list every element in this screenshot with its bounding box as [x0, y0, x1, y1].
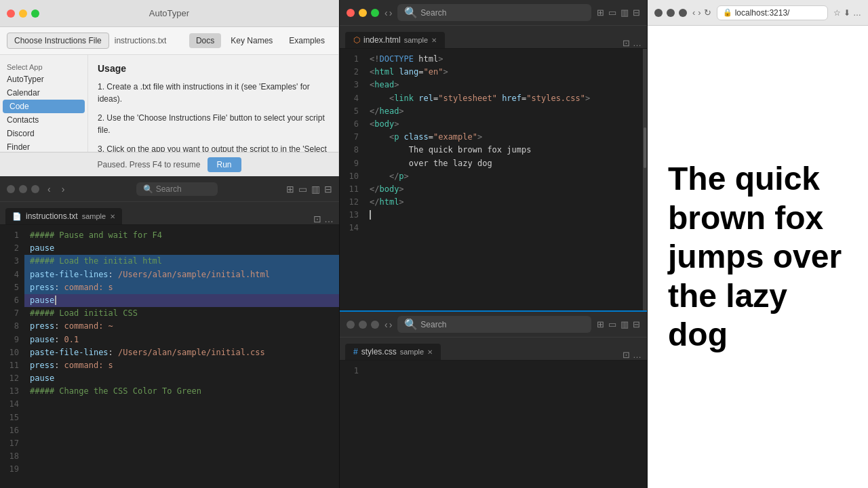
index-html-tab[interactable]: ⬡ index.html sample ✕: [345, 32, 445, 48]
vs-b-layout-1[interactable]: ⊞: [597, 319, 604, 329]
maximize-dot[interactable]: [31, 9, 39, 18]
code-line: paste-file-lines: /Users/alan/sample/ini…: [24, 268, 339, 281]
examples-tab[interactable]: Examples: [282, 33, 332, 48]
vs-dot-close[interactable]: [347, 9, 355, 17]
sidebar-item-discord[interactable]: Discord: [0, 127, 87, 140]
tab-close[interactable]: ✕: [431, 37, 437, 44]
docs-tab[interactable]: Docs: [189, 33, 221, 48]
vs-b-dot-3[interactable]: [371, 321, 379, 329]
vs-b-forward-btn[interactable]: ›: [389, 319, 393, 330]
vs-layout-btn-2[interactable]: ▭: [608, 7, 616, 18]
code-line: The quick brown fox jumps: [364, 144, 643, 157]
editor-icon-1[interactable]: ⊞: [286, 184, 294, 195]
close-dot[interactable]: [7, 9, 15, 18]
line-number: 7: [340, 131, 364, 144]
browser-preview-panel: ‹ › ↻ 🔒 localhost:3213/ ☆ ⬇ … The quick …: [648, 0, 868, 488]
browser-forward-btn[interactable]: ›: [698, 7, 701, 18]
run-button[interactable]: Run: [208, 157, 241, 172]
bookmark-btn[interactable]: ☆: [833, 8, 841, 18]
vs-layout-btn-4[interactable]: ⊟: [633, 7, 640, 18]
code-line: paste-file-lines: /Users/alan/sample/ini…: [24, 346, 339, 359]
sidebar-item-contacts[interactable]: Contacts: [0, 113, 87, 127]
file-icon: 📄: [12, 212, 22, 221]
vs-b-layout-4[interactable]: ⊟: [633, 319, 640, 329]
vs-b-layout-3[interactable]: ▥: [620, 319, 629, 329]
browser-dot-2[interactable]: [667, 9, 675, 17]
browser-reload-btn[interactable]: ↻: [704, 7, 711, 18]
editor-forward-btn[interactable]: ›: [59, 182, 68, 196]
vscode-top-tabbar: ⬡ index.html sample ✕ ⊡ …: [340, 26, 647, 49]
vs-top-scrollbar-thumb[interactable]: [644, 127, 646, 168]
autotyper-statusbar: Paused. Press F4 to resume Run: [0, 152, 338, 176]
line-number: 12: [340, 196, 364, 209]
vs-split-btn[interactable]: ⊡: [623, 38, 630, 48]
code-line: pause: 0.1: [24, 333, 339, 346]
vs-top-line-numbers: 1234567891011121314: [340, 49, 364, 310]
sidebar-item-calendar[interactable]: Calendar: [0, 86, 87, 100]
line-number: 5: [340, 105, 364, 118]
instructions-tab[interactable]: 📄 instructions.txt sample ✕: [5, 208, 122, 224]
vs-more-btn[interactable]: …: [633, 38, 642, 48]
line-number: 3: [0, 255, 24, 268]
vs-dot-min[interactable]: [359, 9, 367, 17]
vs-b-split-btn[interactable]: ⊡: [623, 350, 630, 360]
editor-titlebar-left: ‹ ›: [7, 182, 67, 196]
sidebar-item-autotyper[interactable]: AutoTyper: [0, 73, 87, 86]
downloads-btn[interactable]: ⬇: [844, 8, 850, 18]
code-line: </p>: [364, 170, 643, 183]
vs-back-btn[interactable]: ‹: [384, 7, 388, 18]
code-line: over the lazy dog: [364, 157, 643, 170]
choose-instructions-button[interactable]: Choose Instructions File: [7, 33, 109, 49]
vs-forward-btn[interactable]: ›: [389, 7, 393, 18]
select-app-label: Select App: [0, 60, 87, 73]
vs-layout-btn-1[interactable]: ⊞: [597, 7, 604, 18]
vs-top-scrollbar[interactable]: [643, 49, 647, 310]
vscode-search-bar[interactable]: 🔍 Search: [397, 4, 591, 21]
editor-back-btn[interactable]: ‹: [45, 182, 54, 196]
vs-layout-btn-3[interactable]: ▥: [620, 7, 629, 18]
code-lines[interactable]: ##### Pause and wait for F4pause##### Lo…: [24, 225, 339, 488]
vscode-bottom-search[interactable]: 🔍 Search: [397, 316, 591, 333]
more-actions-btn[interactable]: …: [324, 214, 334, 224]
sidebar-item-finder[interactable]: Finder: [0, 140, 87, 152]
vs-dot-max[interactable]: [371, 9, 379, 17]
browser-back-btn[interactable]: ‹: [692, 7, 695, 18]
vs-b-layout-2[interactable]: ▭: [608, 319, 616, 329]
vs-b-dot-2[interactable]: [359, 321, 367, 329]
code-line: press: command: s: [24, 359, 339, 372]
instructions-code-area: 12345678910111213141516171819 ##### Paus…: [0, 225, 339, 488]
browser-titlebar: ‹ › ↻ 🔒 localhost:3213/ ☆ ⬇ …: [648, 0, 868, 26]
browser-dot-1[interactable]: [654, 9, 663, 17]
browser-dot-3[interactable]: [679, 9, 687, 17]
vs-b-back-btn[interactable]: ‹: [384, 319, 388, 330]
browser-url-bar[interactable]: 🔒 localhost:3213/: [717, 5, 828, 20]
editor-icon-2[interactable]: ▭: [298, 184, 307, 195]
minimize-dot[interactable]: [19, 9, 27, 18]
editor-dot-1[interactable]: [7, 185, 15, 193]
vs-top-code-lines[interactable]: <!DOCTYPE html><html lang="en"><head> <l…: [364, 49, 643, 310]
autotyper-content: Select App AutoTyper Calendar Code Conta…: [0, 55, 338, 152]
usage-step-1: 1. Create a .txt file with instructions …: [98, 81, 329, 105]
vs-b-dot-1[interactable]: [347, 321, 355, 329]
styles-css-tab[interactable]: # styles.css sample ✕: [345, 344, 441, 360]
key-names-tab[interactable]: Key Names: [224, 33, 279, 48]
editor-dot-3[interactable]: [31, 185, 39, 193]
editor-search-bar[interactable]: 🔍 Search: [136, 182, 218, 196]
line-number: 10: [340, 170, 364, 183]
editor-icon-4[interactable]: ⊟: [324, 184, 332, 195]
line-number: 1: [340, 365, 364, 378]
browser-window-controls: [654, 9, 687, 17]
more-btn[interactable]: …: [853, 8, 861, 18]
styles-tab-close[interactable]: ✕: [427, 348, 433, 356]
vs-b-more-btn[interactable]: …: [633, 350, 642, 360]
split-editor-btn[interactable]: ⊡: [313, 214, 321, 224]
vs-bottom-code-lines[interactable]: [364, 361, 647, 488]
editor-icon-3[interactable]: ▥: [311, 184, 320, 195]
line-number: 8: [0, 320, 24, 333]
editor-dot-2[interactable]: [19, 185, 27, 193]
sidebar-item-code[interactable]: Code: [3, 100, 85, 113]
line-number: 18: [0, 450, 24, 463]
tab-close-btn[interactable]: ✕: [110, 213, 115, 220]
vscode-nav: ‹ ›: [384, 7, 392, 18]
code-line: pause: [24, 242, 339, 255]
